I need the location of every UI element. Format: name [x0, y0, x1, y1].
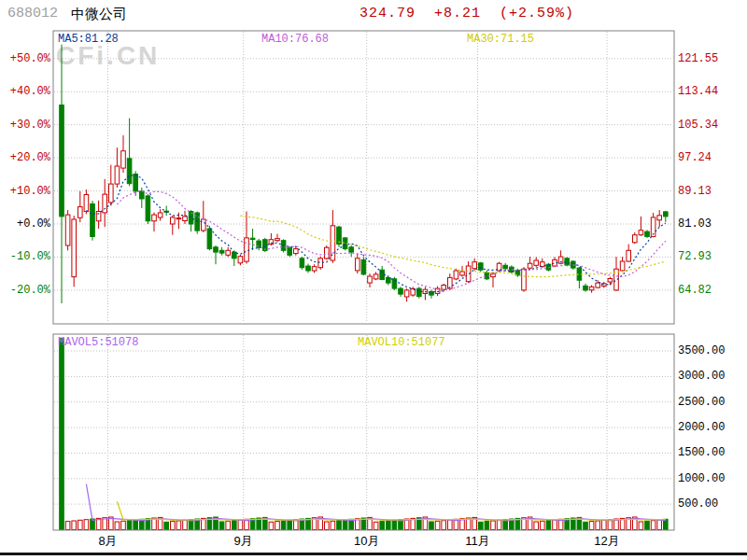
candle — [497, 262, 501, 273]
volume-bar — [374, 522, 378, 529]
y-axis-label-price: 64.82 — [678, 284, 712, 297]
y-axis-label-pct: -10.0% — [2, 250, 50, 263]
volume-bar — [164, 522, 169, 529]
volume-bar — [60, 338, 64, 529]
volume-bar — [491, 521, 496, 530]
y-axis-label-pct: +10.0% — [2, 185, 50, 198]
volume-axis-label: 1500.00 — [678, 446, 725, 459]
candle — [485, 271, 489, 281]
candle — [411, 287, 416, 297]
candle — [250, 229, 255, 250]
candle — [325, 245, 330, 259]
candle — [60, 45, 64, 303]
stock-chart-page: 688012 中微公司 324.79 +8.21 (+2.59%) CFi.CN… — [0, 0, 747, 560]
candle — [91, 201, 95, 241]
candle — [146, 194, 150, 224]
y-axis-label-price: 121.55 — [678, 52, 718, 65]
volume-bar — [219, 522, 224, 530]
candle — [614, 257, 619, 291]
candle — [374, 272, 378, 280]
volume-axis-label: 3500.00 — [678, 344, 725, 357]
volume-bar — [269, 522, 274, 529]
candle — [337, 226, 342, 247]
volume-bar — [84, 520, 89, 530]
volume-bar — [387, 521, 391, 530]
volume-bar — [281, 521, 286, 530]
candle — [183, 211, 188, 224]
x-axis-month-label: 10月 — [354, 533, 379, 550]
volume-bar — [584, 522, 588, 529]
candle — [417, 287, 422, 298]
volume-bar — [645, 521, 650, 529]
candle — [633, 232, 638, 244]
candle — [127, 119, 132, 187]
volume-bar — [534, 522, 539, 530]
mavol10-line — [117, 501, 665, 520]
chart-canvas — [0, 0, 747, 560]
vertical-gridlines — [108, 32, 608, 529]
candle — [349, 245, 354, 257]
candle — [553, 257, 557, 267]
volume-bar — [121, 521, 126, 529]
candle — [430, 289, 434, 299]
candle — [472, 259, 477, 271]
mavol5-line — [86, 484, 665, 521]
candle — [78, 191, 83, 222]
volume-bar — [546, 521, 551, 530]
candle — [275, 234, 280, 243]
y-axis-label-price: 105.34 — [678, 119, 718, 132]
candle — [368, 273, 373, 287]
volume-axis-label: 3000.00 — [678, 370, 725, 383]
ma30-label: MA30:71.15 — [467, 33, 534, 46]
candle — [522, 267, 527, 292]
candle — [534, 257, 539, 267]
candle — [294, 247, 299, 256]
y-axis-label-price: 72.93 — [678, 250, 712, 263]
volume-bar — [430, 522, 434, 530]
candle — [392, 277, 397, 290]
candle — [503, 263, 508, 272]
candle — [664, 211, 669, 222]
volume-bar — [176, 521, 181, 530]
volume-bar — [602, 520, 607, 529]
volume-panel-border — [53, 334, 674, 530]
candle — [214, 245, 218, 264]
candle — [238, 255, 243, 265]
volume-bar — [596, 521, 600, 530]
candle — [72, 216, 77, 287]
x-axis-month-label: 11月 — [465, 533, 490, 550]
volume-bar — [392, 520, 397, 529]
volume-bar — [485, 522, 489, 530]
ma10-label: MA10:76.68 — [261, 33, 329, 46]
candle — [158, 209, 162, 220]
volume-bar — [651, 521, 655, 530]
volume-bar — [380, 522, 385, 530]
y-axis-label-pct: +40.0% — [2, 85, 50, 98]
candle — [233, 250, 237, 266]
volume-bar — [65, 522, 70, 530]
candle — [460, 266, 465, 277]
ma10-line — [117, 191, 665, 290]
volume-bar — [497, 520, 501, 529]
ma5-label: MA5:81.28 — [58, 33, 119, 46]
y-axis-label-pct: +50.0% — [2, 52, 50, 65]
volume-bar — [115, 522, 120, 530]
volume-bar — [72, 521, 77, 530]
candle — [152, 213, 157, 232]
candle — [528, 257, 532, 270]
candle — [657, 210, 662, 227]
volume-bar — [134, 520, 138, 530]
candle — [115, 147, 120, 188]
volume-bar — [657, 520, 662, 530]
candle — [288, 246, 292, 257]
y-axis-label-pct: -20.0% — [2, 284, 50, 297]
candle — [645, 230, 650, 238]
candle — [245, 212, 249, 264]
x-axis-month-label: 8月 — [98, 533, 117, 550]
candle — [356, 254, 360, 274]
candle — [577, 267, 582, 288]
volume-bar — [275, 522, 280, 530]
candle — [404, 288, 409, 301]
candle — [620, 257, 625, 272]
volume-gridlines — [54, 351, 673, 504]
